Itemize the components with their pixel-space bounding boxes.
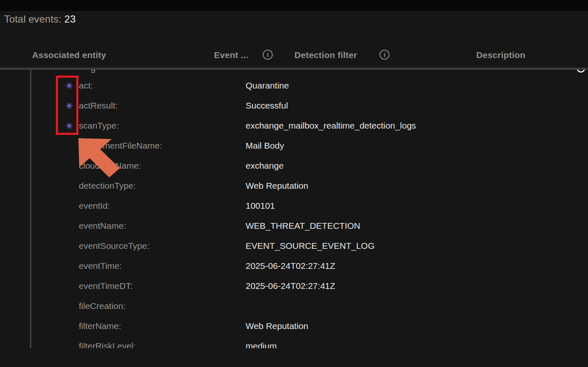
field-key: actResult: — [79, 101, 118, 111]
clipped-text-remnant: g — [90, 70, 95, 73]
field-key: eventTime: — [79, 261, 122, 271]
kv-row: filterName: Web Reputation — [0, 316, 588, 336]
field-value: Successful — [246, 101, 288, 111]
field-value: Mail Body — [246, 141, 284, 151]
total-events: Total events:23 — [4, 13, 75, 25]
kv-row: filterRiskLevel: medium — [0, 336, 588, 348]
field-key: filterName: — [79, 321, 121, 331]
field-value: Web Reputation — [246, 181, 308, 191]
total-events-count: 23 — [64, 13, 75, 25]
field-key: detectionType: — [79, 181, 136, 191]
events-panel: Total events:23 Associated entity Event … — [0, 0, 588, 367]
field-key: scanType: — [79, 121, 119, 131]
field-key: eventSourceType: — [79, 241, 149, 251]
field-value: Quarantine — [246, 81, 289, 91]
field-value: WEB_THREAT_DETECTION — [246, 221, 360, 231]
field-key: act: — [79, 81, 93, 91]
kv-row: fileCreation: — [0, 296, 588, 316]
column-header-detection-filter: Detection filter — [294, 49, 357, 61]
column-header-event: Event ... — [214, 49, 248, 61]
arrow-shape — [78, 138, 120, 177]
total-events-label: Total events: — [4, 13, 61, 25]
kv-row: eventName: WEB_THREAT_DETECTION — [0, 216, 588, 236]
field-key: eventTimeDT: — [79, 281, 133, 291]
column-header-associated-entity: Associated entity — [32, 49, 106, 61]
field-value: EVENT_SOURCE_EVENT_LOG — [246, 241, 374, 251]
kv-row: eventSourceType: EVENT_SOURCE_EVENT_LOG — [0, 236, 588, 256]
info-icon[interactable]: i — [379, 50, 389, 60]
annotation-red-box — [56, 76, 78, 135]
field-key: eventId: — [79, 201, 110, 211]
field-key: filterRiskLevel: — [79, 341, 136, 348]
kv-row: eventTimeDT: 2025-06-24T02:27:41Z — [0, 276, 588, 296]
field-value: 2025-06-24T02:27:41Z — [246, 281, 335, 291]
field-value: exchange_mailbox_realtime_detection_logs — [246, 121, 416, 131]
top-strip — [0, 0, 588, 11]
annotation-arrow-icon — [75, 136, 125, 182]
field-value: Web Reputation — [246, 321, 308, 331]
event-detail-scroll-area[interactable]: g ✳ act: Quarantine ✳ actResult: Success… — [0, 70, 588, 348]
kv-row: ✳ act: Quarantine — [0, 76, 588, 96]
clipped-icon-remnant — [577, 70, 585, 73]
field-key: fileCreation: — [79, 301, 126, 311]
kv-row: eventTime: 2025-06-24T02:27:41Z — [0, 256, 588, 276]
kv-row: eventId: 100101 — [0, 196, 588, 216]
info-icon[interactable]: i — [263, 50, 273, 60]
kv-row: ✳ scanType: exchange_mailbox_realtime_de… — [0, 116, 588, 136]
kv-row: ✳ actResult: Successful — [0, 96, 588, 116]
field-value: exchange — [246, 161, 284, 171]
kv-list: ✳ act: Quarantine ✳ actResult: Successfu… — [0, 76, 588, 348]
field-value: medium — [246, 341, 277, 348]
field-key: eventName: — [79, 221, 126, 231]
column-header-description: Description — [476, 49, 525, 61]
field-value: 100101 — [246, 201, 275, 211]
field-value: 2025-06-24T02:27:41Z — [246, 261, 335, 271]
